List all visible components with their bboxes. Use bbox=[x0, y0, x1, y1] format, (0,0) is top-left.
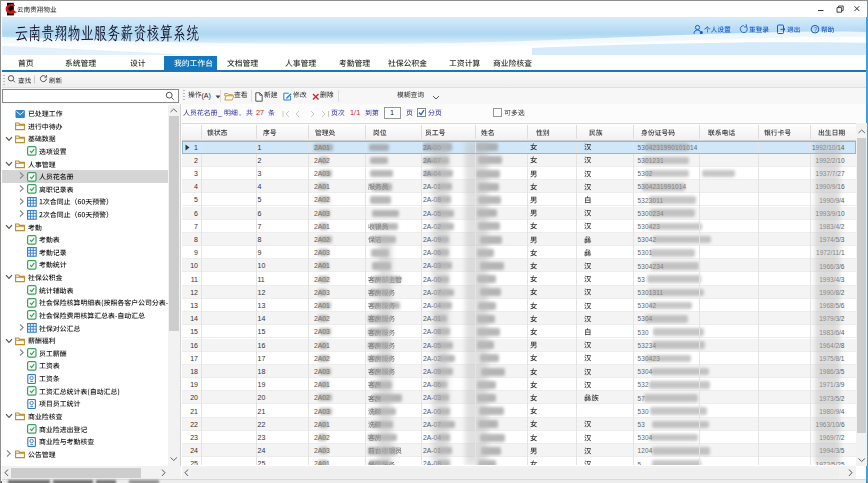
svg-text:?: ? bbox=[814, 25, 818, 32]
